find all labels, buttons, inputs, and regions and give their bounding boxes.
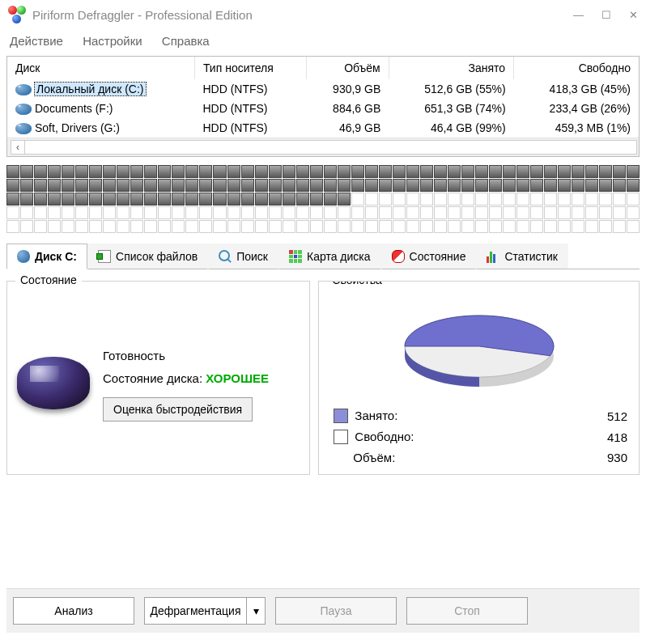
drive-map-cell[interactable] — [420, 220, 433, 233]
drive-map-cell[interactable] — [185, 165, 198, 178]
maximize-icon[interactable]: ☐ — [601, 9, 611, 21]
drive-map-cell[interactable] — [448, 179, 461, 192]
drive-map-cell[interactable] — [530, 165, 543, 178]
drive-map-cell[interactable] — [365, 206, 378, 219]
tab-disk[interactable]: Диск C: — [6, 244, 87, 269]
menu-action[interactable]: Действие — [10, 34, 63, 48]
drive-map-cell[interactable] — [34, 220, 47, 233]
drive-map-cell[interactable] — [158, 193, 171, 205]
drive-map-cell[interactable] — [585, 179, 598, 192]
defrag-button[interactable]: Дефрагментация ▾ — [144, 597, 266, 625]
drive-map-cell[interactable] — [379, 165, 392, 178]
drive-map-cell[interactable] — [365, 179, 378, 192]
drive-map-cell[interactable] — [255, 165, 268, 178]
drive-map-cell[interactable] — [296, 206, 309, 219]
drive-map-cell[interactable] — [172, 220, 185, 233]
drive-map-cell[interactable] — [144, 220, 157, 233]
tab-statistics[interactable]: Статистик — [476, 244, 567, 269]
col-used[interactable]: Занято — [389, 57, 513, 79]
col-media[interactable]: Тип носителя — [194, 57, 306, 79]
drive-map-cell[interactable] — [406, 220, 419, 233]
drive-map-cell[interactable] — [6, 179, 19, 192]
drive-map-cell[interactable] — [530, 206, 543, 219]
drive-map-cell[interactable] — [503, 220, 516, 233]
disk-row[interactable]: Локальный диск (C:)HDD (NTFS)930,9 GB512… — [7, 79, 639, 99]
drive-map-cell[interactable] — [199, 165, 212, 178]
drive-map-cell[interactable] — [489, 220, 502, 233]
drive-map-cell[interactable] — [34, 206, 47, 219]
drive-map-cell[interactable] — [199, 220, 212, 233]
drive-map-cell[interactable] — [227, 220, 240, 233]
drive-map-cell[interactable] — [48, 179, 61, 192]
drive-map-cell[interactable] — [503, 179, 516, 192]
drive-map-cell[interactable] — [310, 165, 323, 178]
drive-map-cell[interactable] — [365, 220, 378, 233]
drive-map-cell[interactable] — [434, 179, 447, 192]
drive-map-cell[interactable] — [269, 165, 282, 178]
drive-map-cell[interactable] — [324, 220, 337, 233]
drive-map-cell[interactable] — [544, 165, 557, 178]
drive-map-cell[interactable] — [117, 220, 130, 233]
drive-map-cell[interactable] — [62, 206, 74, 219]
drive-map-cell[interactable] — [558, 165, 571, 178]
drive-map-cell[interactable] — [269, 206, 282, 219]
drive-map-cell[interactable] — [241, 179, 254, 192]
drive-map-cell[interactable] — [379, 220, 392, 233]
drive-map-cell[interactable] — [544, 206, 557, 219]
drive-map-cell[interactable] — [530, 193, 543, 205]
drive-map-cell[interactable] — [75, 165, 88, 178]
drive-map-cell[interactable] — [613, 165, 626, 178]
drive-map-cell[interactable] — [283, 179, 295, 192]
drive-map-cell[interactable] — [89, 179, 102, 192]
drive-map-cell[interactable] — [283, 220, 295, 233]
drive-map-cell[interactable] — [185, 220, 198, 233]
drive-map-cell[interactable] — [516, 179, 529, 192]
drive-map-cell[interactable] — [420, 193, 433, 205]
tab-search[interactable]: Поиск — [208, 244, 278, 269]
drive-map-cell[interactable] — [20, 179, 33, 192]
drive-map-cell[interactable] — [241, 193, 254, 205]
drive-map-cell[interactable] — [572, 193, 584, 205]
drive-map-cell[interactable] — [599, 206, 612, 219]
drive-map-cell[interactable] — [558, 220, 571, 233]
drive-map-cell[interactable] — [503, 206, 516, 219]
tab-drive-map[interactable]: Карта диска — [278, 244, 381, 269]
drive-map-cell[interactable] — [475, 220, 488, 233]
drive-map-cell[interactable] — [255, 220, 268, 233]
drive-map-cell[interactable] — [324, 206, 337, 219]
drive-map-cell[interactable] — [89, 206, 102, 219]
drive-map-cell[interactable] — [558, 206, 571, 219]
drive-map-cell[interactable] — [627, 179, 640, 192]
drive-map-cell[interactable] — [75, 220, 88, 233]
drive-map-cell[interactable] — [48, 220, 61, 233]
drive-map-cell[interactable] — [585, 165, 598, 178]
drive-map-cell[interactable] — [572, 165, 584, 178]
drive-map-cell[interactable] — [530, 220, 543, 233]
drive-map-cell[interactable] — [158, 165, 171, 178]
drive-map-cell[interactable] — [338, 179, 351, 192]
drive-map-cell[interactable] — [117, 179, 130, 192]
drive-map-cell[interactable] — [585, 206, 598, 219]
drive-map-cell[interactable] — [393, 179, 406, 192]
drive-map-cell[interactable] — [296, 179, 309, 192]
drive-map-cell[interactable] — [310, 193, 323, 205]
drive-map-cell[interactable] — [585, 220, 598, 233]
drive-map-cell[interactable] — [613, 206, 626, 219]
drive-map-cell[interactable] — [117, 193, 130, 205]
drive-map-cell[interactable] — [324, 179, 337, 192]
drive-map-cell[interactable] — [475, 179, 488, 192]
drive-map-cell[interactable] — [448, 206, 461, 219]
drive-map-cell[interactable] — [172, 193, 185, 205]
drive-map-cell[interactable] — [351, 179, 364, 192]
analyze-button[interactable]: Анализ — [13, 597, 134, 625]
drive-map-cell[interactable] — [103, 179, 116, 192]
drive-map-cell[interactable] — [572, 206, 584, 219]
drive-map-cell[interactable] — [530, 179, 543, 192]
drive-map-cell[interactable] — [199, 193, 212, 205]
drive-map-cell[interactable] — [558, 179, 571, 192]
drive-map-cell[interactable] — [130, 206, 143, 219]
drive-map-cell[interactable] — [516, 206, 529, 219]
drive-map-cell[interactable] — [283, 206, 295, 219]
drive-map-cell[interactable] — [6, 220, 19, 233]
drive-map-cell[interactable] — [324, 193, 337, 205]
